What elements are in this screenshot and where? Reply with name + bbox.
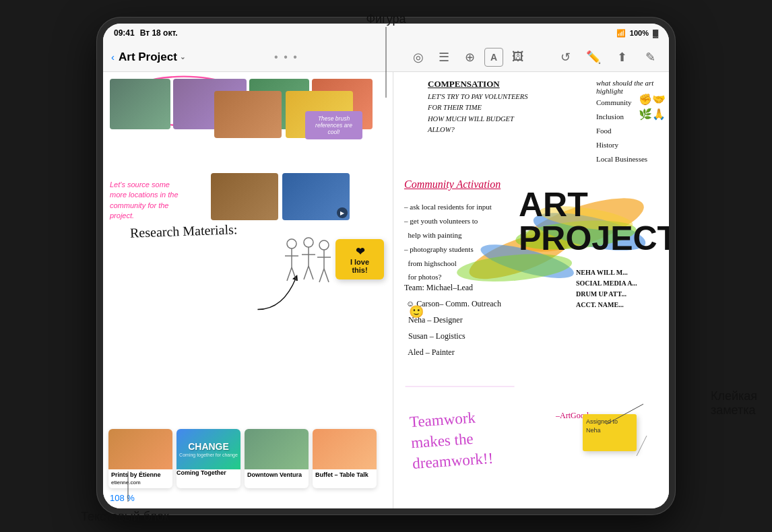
pen-icon[interactable]: ✏️ <box>583 46 604 68</box>
back-button[interactable]: ‹ <box>111 51 115 63</box>
sticky-brush[interactable]: These brush references are cool! <box>305 111 362 139</box>
row3-images: ▶ <box>211 173 350 220</box>
photo-8[interactable]: ▶ <box>282 173 350 220</box>
compensation-body: LET'S TRY TO PAY VOLUNTEERS FOR THEIR TI… <box>428 92 536 135</box>
ipad-frame: 09:41 Вт 18 окт. 📶 100% ▓ ‹ Art Project … <box>96 17 676 515</box>
change-card[interactable]: CHANGE Coming together for change Coming… <box>176 429 240 488</box>
chevron-down-icon: ⌄ <box>180 53 185 61</box>
svg-line-14 <box>309 266 313 279</box>
research-materials-text: Research Materials: <box>130 222 238 241</box>
change-word: CHANGE <box>179 441 238 452</box>
svg-line-8 <box>287 267 292 281</box>
canvas-area: Let's source some more locations in the … <box>103 72 669 508</box>
svg-point-15 <box>319 240 329 250</box>
photo-5[interactable] <box>214 91 282 138</box>
undo-icon[interactable]: ↺ <box>554 46 576 68</box>
route-icon[interactable]: ◎ <box>408 46 429 68</box>
battery-text: 100% <box>630 29 649 37</box>
svg-point-5 <box>287 239 296 248</box>
status-date: Вт 18 окт. <box>140 28 178 38</box>
wifi-icon: 📶 <box>616 29 626 38</box>
community-activation-text: Community Activation <box>404 178 501 191</box>
drawing-figure <box>282 230 335 291</box>
project-title[interactable]: Art Project ⌄ <box>119 51 185 64</box>
list-icon[interactable]: ☰ <box>433 46 455 68</box>
sticky-neha[interactable]: Assigned to Neha <box>583 414 637 451</box>
image-icon[interactable]: 🖼 <box>507 46 529 68</box>
photo-1[interactable] <box>110 79 170 129</box>
layers-icon[interactable]: ⊕ <box>459 46 480 68</box>
list-item: Food <box>596 124 647 138</box>
svg-line-9 <box>292 267 296 281</box>
neha-note: NEHA WILL M...SOCIAL MEDIA A...DRUM UP A… <box>576 267 637 310</box>
sticky-note-label: Клейкаязаметка <box>711 389 757 418</box>
bottom-cards-row: Prints by Étienne etienne.com CHANGE Com… <box>108 429 377 488</box>
community-list-text: – ask local residents for input – get yo… <box>404 200 492 284</box>
play-button-2[interactable]: ▶ <box>337 207 348 218</box>
sticky-heart[interactable]: ❤ I lovethis! <box>335 239 384 279</box>
art-project-text: ART PROJECT <box>519 188 669 255</box>
vertical-divider <box>393 72 393 508</box>
buffet-card[interactable]: Buffet – Table Talk <box>313 429 377 488</box>
edit-icon[interactable]: ✎ <box>639 46 661 68</box>
status-bar: 09:41 Вт 18 окт. 📶 100% ▓ <box>103 24 669 42</box>
teamwork-text: Teamworkmakes thedreamwork!! <box>409 406 494 474</box>
ventura-card[interactable]: Downtown Ventura <box>245 429 309 488</box>
zoom-indicator: 108 % <box>110 493 135 503</box>
photo-7[interactable] <box>211 173 278 220</box>
team-note: Team: Michael–Lead ☺ Carson– Comm. Outre… <box>404 279 501 360</box>
svg-line-13 <box>304 266 309 279</box>
back-chevron: ‹ <box>111 51 115 63</box>
community-icons: ✊🤝🌿🙏 <box>639 92 666 123</box>
svg-line-24 <box>637 436 647 456</box>
more-options-icon[interactable]: • • • <box>274 51 298 63</box>
left-panel: Let's source some more locations in the … <box>103 72 379 508</box>
list-item: History <box>596 138 647 152</box>
text-icon[interactable]: A <box>484 48 503 67</box>
right-panel: COMPENSATION LET'S TRY TO PAY VOLUNTEERS… <box>394 72 669 508</box>
ipad-screen: 09:41 Вт 18 окт. 📶 100% ▓ ‹ Art Project … <box>103 24 669 508</box>
sticky-heart-text: I lovethis! <box>350 258 369 274</box>
list-item: Local Businesses <box>596 152 647 166</box>
compensation-note: COMPENSATION LET'S TRY TO PAY VOLUNTEERS… <box>428 79 536 135</box>
smiley-icon: 🙂 <box>409 304 424 319</box>
heart-emoji: ❤ <box>356 245 364 258</box>
svg-line-19 <box>324 269 329 282</box>
toolbar: ‹ Art Project ⌄ • • • ◎ ☰ ⊕ A 🖼 ↺ ✏️ ⬆ <box>103 42 669 72</box>
svg-line-18 <box>319 269 324 282</box>
status-time: 09:41 <box>114 28 135 38</box>
pink-annotation-text: Let's source some more locations in the … <box>110 180 184 222</box>
share-icon[interactable]: ⬆ <box>611 46 633 68</box>
battery-icon: ▓ <box>653 29 658 37</box>
svg-point-10 <box>304 238 313 247</box>
prints-card[interactable]: Prints by Étienne etienne.com <box>108 429 172 488</box>
